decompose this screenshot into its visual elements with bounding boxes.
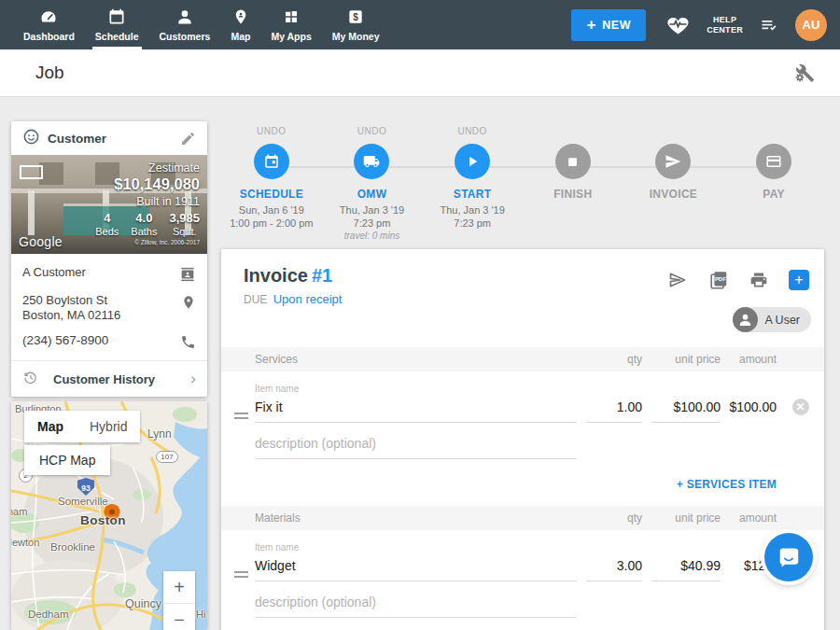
photo-credit: © Zillow, Inc. 2006-2017 <box>95 239 200 245</box>
qty-input[interactable] <box>586 396 642 423</box>
history-label: Customer History <box>53 372 155 386</box>
section-title: Materials <box>221 511 577 525</box>
unit-price-input[interactable] <box>651 554 721 581</box>
customer-details: A Customer 250 Boylston St Boston, MA 02… <box>11 254 207 397</box>
stat-baths: 4.0 Baths <box>131 211 157 237</box>
photo-detail <box>28 190 35 235</box>
customer-phone: (234) 567-8900 <box>22 333 108 348</box>
undo-link[interactable]: UNDO <box>322 126 423 138</box>
chat-messenger-button[interactable] <box>764 533 813 581</box>
customer-address: 250 Boylston St Boston, MA 02116 <box>22 293 120 323</box>
undo-link[interactable]: UNDO <box>422 126 523 138</box>
invoice-title: Invoice#1 <box>244 265 332 287</box>
nav-item-map[interactable]: Map <box>220 0 260 49</box>
nav-label: My Apps <box>271 31 311 42</box>
address-line1: 250 Boylston St <box>22 293 107 307</box>
material-item-row: Item name $122. <box>221 530 824 618</box>
checklist-icon[interactable] <box>758 16 780 35</box>
plus-icon: + <box>586 17 595 33</box>
undo-placeholder <box>723 126 824 138</box>
customer-address-row: 250 Boylston St Boston, MA 02116 <box>22 293 196 323</box>
step-label[interactable]: START <box>422 188 523 201</box>
map-type-hybrid-button[interactable]: Hybrid <box>77 411 140 442</box>
omw-step-button[interactable] <box>354 144 389 179</box>
step-label[interactable]: SCHEDULE <box>221 188 322 201</box>
item-name-input[interactable] <box>255 396 577 423</box>
nav-item-customers[interactable]: Customers <box>149 0 221 49</box>
contact-card-icon[interactable] <box>179 265 196 283</box>
step-label[interactable]: PAY <box>723 188 824 201</box>
chevron-right-icon: › <box>190 371 196 388</box>
item-name-label: Item name <box>255 542 577 553</box>
customer-face-icon <box>22 128 40 149</box>
address-line2: Boston, MA 02116 <box>22 308 120 322</box>
remove-item-button[interactable]: ✕ <box>792 399 809 415</box>
customer-card-header: Customer <box>11 121 207 155</box>
help-line1: HELP <box>707 15 743 25</box>
finish-step-button[interactable] <box>555 144 591 179</box>
step-finish: FINISH <box>523 126 623 245</box>
col-unit-price: unit price <box>642 353 721 366</box>
property-photo[interactable]: Zestimate $10,149,080 Built in 1911 4 Be… <box>11 155 207 254</box>
nav-item-dashboard[interactable]: Dashboard <box>13 0 85 49</box>
google-watermark: Google <box>19 234 63 249</box>
truck-icon <box>362 153 381 170</box>
step-schedule: UNDO SCHEDULE Sun, Jan 6 '19 1:00 pm - 2… <box>221 126 322 245</box>
nav-item-my-apps[interactable]: My Apps <box>260 0 321 49</box>
qty-input[interactable] <box>586 554 642 581</box>
start-step-button[interactable] <box>455 144 490 179</box>
step-date: Thu, Jan 3 '19 <box>422 203 523 217</box>
nav-item-my-money[interactable]: $ My Money <box>322 0 390 49</box>
zestimate-overlay: Zestimate $10,149,080 Built in 1911 4 Be… <box>95 161 200 245</box>
new-button[interactable]: + NEW <box>571 9 646 41</box>
service-item-row: Item name $100.00 ✕ <box>221 371 824 459</box>
invoice-step-button[interactable] <box>655 144 691 179</box>
step-time: 7:23 pm <box>322 217 423 230</box>
sqft-label: Sq.ft. <box>169 226 200 237</box>
unit-price-input[interactable] <box>651 396 721 423</box>
svg-text:PDF: PDF <box>715 276 726 282</box>
nav-right: + NEW HELP CENTER AU <box>571 0 840 49</box>
credit-card-icon <box>765 153 782 170</box>
step-label[interactable]: INVOICE <box>623 188 724 201</box>
pdf-icon[interactable]: PDF <box>708 270 729 290</box>
drag-handle-icon[interactable] <box>234 413 248 419</box>
due-value-link[interactable]: Upon receipt <box>273 292 343 306</box>
zoom-out-button[interactable]: − <box>163 604 195 630</box>
job-tools-icon[interactable] <box>793 62 816 88</box>
assignee-pill[interactable]: A User <box>733 307 811 332</box>
beds-label: Beds <box>95 226 119 237</box>
invoice-number[interactable]: #1 <box>312 265 332 286</box>
description-input[interactable] <box>255 432 577 459</box>
send-invoice-icon[interactable] <box>666 271 689 289</box>
assignee-name: A User <box>764 314 800 327</box>
help-center-link[interactable]: HELP CENTER <box>707 15 743 35</box>
print-icon[interactable] <box>749 271 769 289</box>
pay-step-button[interactable] <box>756 144 791 179</box>
description-input[interactable] <box>255 591 577 618</box>
phone-icon[interactable] <box>180 333 196 350</box>
customer-phone-row: (234) 567-8900 <box>22 333 196 350</box>
map-widget[interactable]: Burlington Lynn Somerville Boston ham Ne… <box>11 401 207 630</box>
dashboard-icon <box>38 7 59 27</box>
add-invoice-button[interactable]: + <box>789 270 809 290</box>
zoom-in-button[interactable]: + <box>163 571 195 604</box>
edit-pencil-icon[interactable] <box>180 131 196 147</box>
hcp-map-button[interactable]: HCP Map <box>24 445 110 475</box>
health-heart-icon[interactable] <box>666 15 690 35</box>
map-type-map-button[interactable]: Map <box>24 411 77 442</box>
step-label[interactable]: FINISH <box>523 188 623 201</box>
customer-history-link[interactable]: Customer History › <box>22 361 196 397</box>
baths-label: Baths <box>131 226 157 237</box>
chat-bubble-icon <box>777 545 801 569</box>
undo-link[interactable]: UNDO <box>221 126 322 138</box>
nav-item-schedule[interactable]: Schedule <box>85 0 149 49</box>
step-start: UNDO START Thu, Jan 3 '19 7:23 pm <box>422 126 523 245</box>
location-pin-icon[interactable] <box>181 293 196 311</box>
step-label[interactable]: OMW <box>322 188 423 201</box>
add-services-item-link[interactable]: + SERVICES ITEM <box>221 478 777 491</box>
item-name-input[interactable] <box>255 554 577 581</box>
drag-handle-icon[interactable] <box>234 571 248 578</box>
schedule-step-button[interactable] <box>254 144 289 179</box>
user-avatar[interactable]: AU <box>795 9 827 41</box>
